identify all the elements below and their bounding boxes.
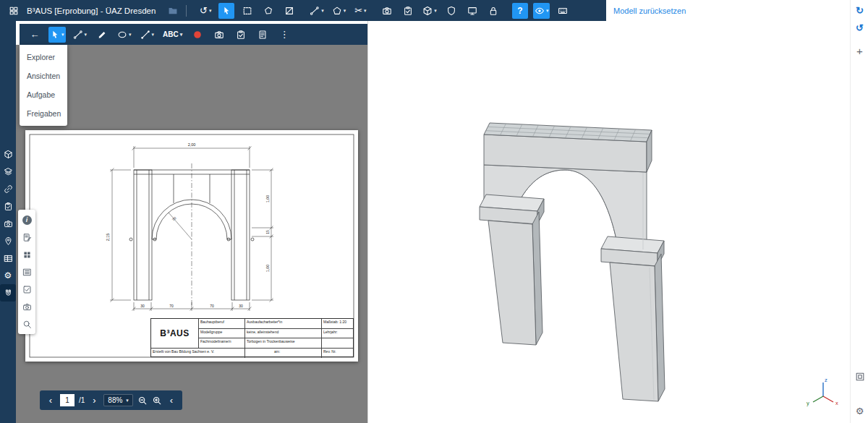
previous-page-button[interactable]: ‹ (46, 393, 56, 408)
palette-icon (192, 30, 203, 40)
chevron-down-icon: ▾ (180, 32, 183, 38)
title-block-value: Torbogen in Trockenbauweise (244, 338, 321, 348)
line-tool-button[interactable]: ▾ (139, 27, 156, 43)
shape-tool-button[interactable]: ▾ (331, 3, 348, 19)
add-button[interactable]: + (854, 45, 866, 57)
sidebar-item-model[interactable] (0, 145, 16, 163)
camera-icon (382, 6, 392, 16)
back-button[interactable]: ← (27, 27, 43, 43)
chevron-down-icon: ▾ (344, 8, 346, 14)
clipboard-check-icon (403, 6, 413, 16)
cursor-icon (50, 30, 60, 40)
top-bar-light: Modell zurücksetzen (606, 0, 868, 21)
reset-model-link[interactable]: Modell zurücksetzen (613, 7, 686, 15)
eye-icon (535, 6, 545, 16)
color-palette-button[interactable] (190, 27, 205, 43)
marker-tool-button[interactable] (94, 27, 110, 43)
menu-item-explorer[interactable]: Explorer (20, 48, 67, 67)
select-tool-button[interactable] (218, 3, 234, 19)
shield-button[interactable] (443, 3, 459, 19)
sidebar-item-layers[interactable] (0, 163, 16, 180)
viewer-snapshot-button[interactable] (211, 27, 227, 43)
sidebar-item-photos[interactable] (0, 215, 16, 232)
sidebar-item-locations[interactable] (0, 232, 16, 249)
apps-button[interactable] (18, 246, 35, 263)
sidebar-item-tables[interactable] (0, 249, 16, 267)
link-icon (4, 184, 13, 194)
zoom-select[interactable]: 88% ▾ (103, 394, 133, 406)
settings-button[interactable]: ⚙ (854, 405, 866, 417)
dim-width-total: 2,00 (188, 142, 196, 147)
undo-button[interactable]: ↺ ▾ (197, 3, 213, 19)
model-button[interactable]: ▾ (421, 3, 438, 19)
title-block-logo: B³AUS (151, 319, 198, 348)
magnet-icon (4, 289, 13, 298)
application-window: B³AUS [Erprobung] - ÜAZ Dresden ↺ ▾ (0, 0, 868, 423)
sidebar-item-tasks[interactable] (0, 197, 16, 215)
region-edit-button[interactable] (281, 3, 297, 19)
folder-icon[interactable] (165, 3, 181, 19)
sync-button[interactable]: ↻ (854, 4, 866, 17)
report-button[interactable] (255, 27, 271, 43)
checklist-button[interactable] (18, 281, 35, 298)
sidebar-item-links[interactable] (0, 180, 16, 197)
menu-item-aufgabe[interactable]: Aufgabe (20, 85, 67, 104)
screenshot-button[interactable] (379, 3, 395, 19)
title-block-extra: Maßstab: 1:20 (321, 319, 353, 328)
dim-right-mid: 15 (265, 230, 270, 234)
chevron-down-icon: ▾ (364, 8, 367, 14)
edit-document-button[interactable] (18, 228, 35, 246)
camera-icon (214, 30, 224, 40)
photo-button[interactable] (18, 298, 35, 315)
keyboard-button[interactable] (555, 3, 571, 19)
divider (186, 5, 187, 17)
ellipse-tool-button[interactable]: ▾ (116, 27, 133, 43)
chevron-down-icon: ▾ (152, 32, 155, 38)
zoom-in-button[interactable] (152, 393, 162, 408)
text-tool-button[interactable]: ABC ▾ (161, 27, 184, 43)
menu-item-freigaben[interactable]: Freigaben (20, 104, 67, 123)
fit-view-button[interactable] (854, 370, 866, 383)
page-input[interactable] (60, 394, 75, 406)
marquee-select-button[interactable] (239, 3, 255, 19)
camera-icon (22, 302, 32, 312)
viewer-select-tool-button[interactable]: ▾ (48, 27, 66, 43)
lock-button[interactable] (485, 3, 501, 19)
viewer-measure-button[interactable]: ▾ (72, 27, 89, 43)
model-viewport[interactable]: z x y (367, 21, 850, 423)
more-button[interactable]: ⋮ (276, 27, 292, 43)
page-controls: ‹ /1 › 88% ▾ ‹ (40, 390, 182, 410)
help-button[interactable]: ? (512, 3, 528, 19)
cut-tool-button[interactable]: ✂ ▾ (352, 3, 368, 19)
axis-x-label: x (835, 400, 838, 406)
zoom-out-button[interactable] (137, 393, 148, 408)
sidebar-item-settings[interactable]: ⚙ (0, 267, 16, 284)
dim-bottom-3: 70 (210, 304, 214, 308)
info-button[interactable]: i (18, 211, 35, 228)
grid-icon (22, 250, 32, 260)
viewer-tasks-button[interactable] (233, 27, 249, 43)
list-button[interactable] (18, 263, 35, 281)
polygon-select-button[interactable] (260, 3, 276, 19)
gear-icon: ⚙ (4, 271, 12, 280)
screen-share-button[interactable] (464, 3, 480, 19)
dim-height-total: 2,15 (106, 234, 110, 242)
chevron-right-icon: › (93, 396, 95, 405)
navigation-menu: Explorer Ansichten Aufgabe Freigaben (20, 45, 67, 126)
menu-item-ansichten[interactable]: Ansichten (20, 67, 67, 85)
cube-icon (422, 6, 433, 16)
visibility-button[interactable]: ▾ (533, 3, 550, 19)
collapse-panel-button[interactable]: ‹ (166, 393, 176, 408)
refresh-view-button[interactable]: ↺ (854, 22, 866, 34)
map-pin-icon (4, 236, 13, 246)
tasks-button[interactable] (400, 3, 416, 19)
sheet-canvas[interactable]: 2,00 2,15 1,00 15 1,00 30 70 70 30 70 B³… (16, 45, 367, 423)
info-icon: i (22, 215, 32, 225)
sidebar-item-tools[interactable] (0, 284, 16, 302)
zoom-value: 88% (108, 396, 122, 404)
measure-tool-button[interactable]: ▾ (308, 3, 326, 19)
search-button[interactable] (18, 315, 35, 333)
next-page-button[interactable]: › (89, 393, 99, 408)
clipboard-check-icon (4, 202, 13, 211)
app-menu-icon[interactable] (6, 3, 22, 19)
